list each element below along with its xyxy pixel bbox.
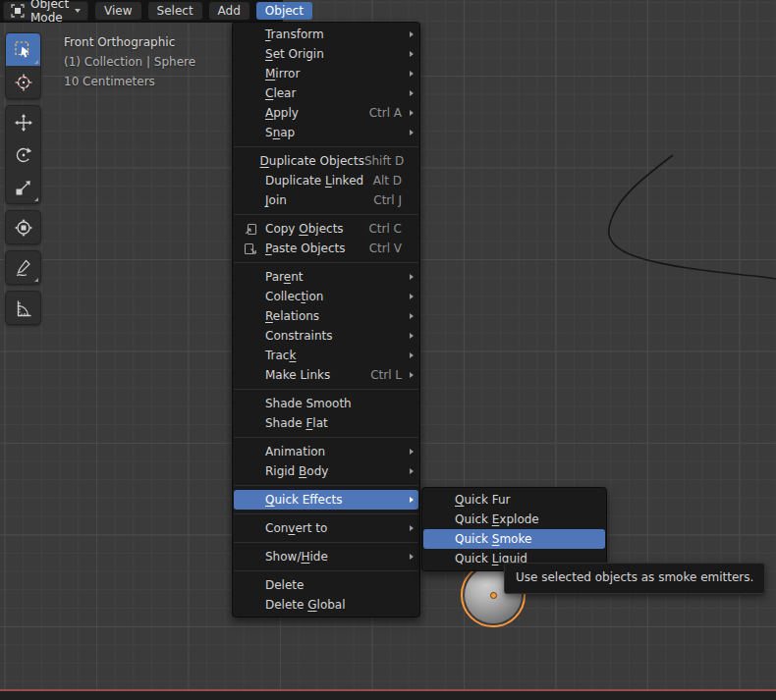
- submenu-arrow-icon: [410, 90, 414, 96]
- menu-item-shade-flat[interactable]: Shade Flat: [234, 413, 418, 433]
- submenu-arrow-icon: [410, 554, 414, 560]
- menu-item-animation[interactable]: Animation: [234, 442, 418, 461]
- menu-item-track[interactable]: Track: [234, 346, 418, 365]
- submenu-arrow-icon: [410, 372, 414, 378]
- submenu-arrow-icon: [410, 294, 414, 299]
- submenu-arrow-icon: [410, 31, 414, 37]
- menu-select[interactable]: Select: [148, 2, 202, 20]
- tool-options-indicator: [34, 60, 38, 64]
- menu-item-collection[interactable]: Collection: [234, 287, 418, 306]
- chevron-down-icon: [75, 9, 81, 13]
- select-box-icon: [14, 40, 33, 60]
- tool-options-indicator: [34, 197, 38, 201]
- submenu-arrow-icon: [410, 110, 414, 116]
- menu-item-rigid-body[interactable]: Rigid Body: [234, 461, 418, 481]
- menu-item-shade-smooth[interactable]: Shade Smooth: [234, 394, 418, 413]
- tool-cursor[interactable]: [6, 66, 40, 98]
- menu-object[interactable]: Object: [256, 2, 312, 20]
- move-icon: [14, 113, 33, 133]
- menu-item-snap[interactable]: Snap: [234, 123, 418, 142]
- object-menu: Transform Set Origin Mirror Clear Apply …: [232, 22, 420, 618]
- submenu-arrow-icon: [410, 449, 414, 455]
- scale-icon: [14, 178, 33, 197]
- menu-item-mirror[interactable]: Mirror: [234, 64, 418, 83]
- submenu-arrow-icon: [410, 274, 414, 280]
- menu-separator: [234, 262, 418, 263]
- viewport-overlay: Front Orthographic (1) Collection | Sphe…: [64, 32, 195, 91]
- menu-separator: [234, 146, 418, 147]
- submenu-arrow-icon: [410, 333, 414, 339]
- tool-scale[interactable]: [6, 171, 40, 203]
- header-bar: Object Mode View Select Add Object: [0, 0, 283, 23]
- tool-rotate[interactable]: [6, 138, 40, 171]
- submenu-arrow-icon: [410, 313, 414, 319]
- menu-item-quick-effects[interactable]: Quick Effects: [234, 490, 418, 510]
- menu-item-quick-smoke[interactable]: Quick Smoke: [423, 529, 605, 549]
- submenu-arrow-icon: [410, 352, 414, 358]
- menu-item-relations[interactable]: Relations: [234, 306, 418, 326]
- menu-item-delete[interactable]: Delete: [234, 575, 418, 595]
- submenu-arrow-icon: [410, 497, 414, 503]
- tool-select-box[interactable]: [6, 33, 40, 66]
- menu-item-quick-fur[interactable]: Quick Fur: [423, 490, 605, 510]
- menu-item-duplicate-linked[interactable]: Duplicate Linked Alt D: [234, 171, 418, 190]
- menu-add[interactable]: Add: [209, 2, 249, 20]
- tool-transform[interactable]: [6, 211, 40, 243]
- collection-info-label: (1) Collection | Sphere: [64, 52, 195, 72]
- object-origin-dot: [490, 592, 497, 599]
- menu-item-clear[interactable]: Clear: [234, 83, 418, 103]
- annotate-icon: [14, 258, 33, 278]
- menu-separator: [234, 513, 418, 514]
- menu-item-show-hide[interactable]: Show/Hide: [234, 547, 418, 566]
- quick-effects-submenu: Quick Fur Quick Explode Quick Smoke Quic…: [421, 487, 607, 571]
- menu-item-delete-global[interactable]: Delete Global: [234, 595, 418, 615]
- tool-move[interactable]: [6, 106, 40, 138]
- rotate-icon: [14, 145, 33, 165]
- scale-info-label: 10 Centimeters: [64, 72, 195, 91]
- menu-item-apply[interactable]: Apply Ctrl A: [234, 103, 418, 123]
- submenu-arrow-icon: [410, 468, 414, 474]
- menu-item-duplicate-objects[interactable]: Duplicate Objects Shift D: [234, 151, 418, 171]
- copy-icon: [244, 222, 257, 236]
- menu-separator: [234, 570, 418, 571]
- tooltip-text: Use selected objects as smoke emitters.: [516, 570, 753, 584]
- transform-icon: [14, 218, 33, 238]
- menu-item-quick-explode[interactable]: Quick Explode: [423, 510, 605, 529]
- menu-item-make-links[interactable]: Make Links Ctrl L: [234, 365, 418, 385]
- object-mode-icon: [11, 4, 25, 18]
- menu-item-constraints[interactable]: Constraints: [234, 326, 418, 346]
- viewport-bottom-edge: [0, 691, 776, 700]
- menu-item-join[interactable]: Join Ctrl J: [234, 190, 418, 210]
- tool-annotate[interactable]: [6, 251, 40, 284]
- mode-selector-dropdown[interactable]: Object Mode: [3, 1, 88, 21]
- menu-separator: [234, 389, 418, 390]
- tool-measure[interactable]: [6, 292, 40, 324]
- menu-separator: [234, 214, 418, 215]
- submenu-arrow-icon: [410, 130, 414, 135]
- submenu-arrow-icon: [410, 51, 414, 57]
- menu-separator: [234, 542, 418, 543]
- menu-item-paste-objects[interactable]: Paste Objects Ctrl V: [234, 239, 418, 258]
- paste-icon: [244, 242, 257, 255]
- tool-options-indicator: [34, 278, 38, 282]
- menu-separator: [234, 485, 418, 486]
- submenu-arrow-icon: [410, 71, 414, 77]
- measure-icon: [14, 298, 33, 318]
- cursor-icon: [14, 73, 33, 92]
- mode-selector-label: Object Mode: [30, 0, 69, 25]
- toolbar: [5, 32, 41, 331]
- menu-item-copy-objects[interactable]: Copy Objects Ctrl C: [234, 219, 418, 239]
- menu-item-transform[interactable]: Transform: [234, 25, 418, 44]
- submenu-arrow-icon: [410, 525, 414, 531]
- menu-view[interactable]: View: [95, 2, 140, 20]
- view-name-label: Front Orthographic: [64, 32, 195, 52]
- menu-item-parent[interactable]: Parent: [234, 267, 418, 287]
- menu-item-convert-to[interactable]: Convert to: [234, 518, 418, 538]
- tooltip: Use selected objects as smoke emitters.: [504, 563, 765, 594]
- menu-separator: [234, 437, 418, 438]
- menu-item-set-origin[interactable]: Set Origin: [234, 44, 418, 64]
